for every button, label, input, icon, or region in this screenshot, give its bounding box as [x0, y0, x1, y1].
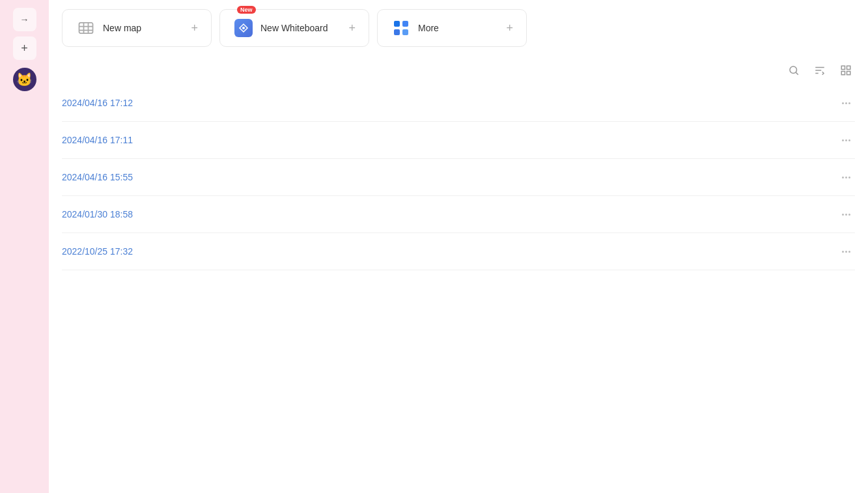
- three-dots-icon: [842, 102, 850, 104]
- search-button[interactable]: [785, 61, 803, 79]
- list-item-more-button[interactable]: [837, 131, 855, 149]
- list-item-date: 2024/04/16 15:55: [62, 172, 837, 182]
- toolbar: [49, 56, 868, 85]
- list-item-date: 2022/10/25 17:32: [62, 246, 837, 257]
- list-item-more-button[interactable]: [837, 205, 855, 223]
- new-map-card[interactable]: New map +: [62, 9, 212, 47]
- three-dots-icon: [842, 176, 850, 178]
- list-item-more-button[interactable]: [837, 94, 855, 112]
- more-plus: +: [506, 21, 513, 35]
- more-grid-icon: [391, 18, 412, 38]
- svg-rect-11: [841, 66, 845, 69]
- main-content: New map + New New Whiteboard +: [49, 0, 868, 493]
- sidebar-add-button[interactable]: +: [13, 36, 36, 60]
- list-area: 2024/04/16 17:12 2024/04/16 17:11 2024/0…: [49, 85, 868, 493]
- avatar-emoji: 🐱: [16, 72, 33, 87]
- list-item[interactable]: 2024/04/16 17:11: [62, 122, 855, 159]
- list-item[interactable]: 2024/04/16 17:12: [62, 85, 855, 122]
- list-item-date: 2024/04/16 17:12: [62, 98, 837, 108]
- whiteboard-icon: [233, 18, 254, 38]
- search-icon: [788, 64, 800, 76]
- sort-icon: [814, 64, 826, 76]
- sidebar-back-button[interactable]: →: [13, 8, 36, 31]
- svg-rect-12: [847, 66, 850, 69]
- svg-point-5: [242, 27, 245, 29]
- new-whiteboard-card[interactable]: New New Whiteboard +: [219, 9, 369, 47]
- quick-actions-bar: New map + New New Whiteboard +: [49, 0, 868, 56]
- list-item-date: 2024/01/30 18:58: [62, 209, 837, 219]
- new-whiteboard-label: New Whiteboard: [260, 23, 342, 33]
- new-badge: New: [237, 6, 256, 14]
- sort-button[interactable]: [811, 61, 829, 79]
- list-item[interactable]: 2024/04/16 15:55: [62, 159, 855, 196]
- svg-rect-13: [841, 72, 845, 75]
- more-card[interactable]: More +: [377, 9, 527, 47]
- plus-icon: +: [21, 42, 28, 55]
- three-dots-icon: [842, 251, 850, 253]
- map-icon: [76, 18, 96, 38]
- more-label: More: [418, 23, 499, 33]
- new-map-label: New map: [103, 23, 184, 33]
- list-item[interactable]: 2022/10/25 17:32: [62, 233, 855, 270]
- layout-icon: [840, 64, 852, 76]
- svg-rect-14: [847, 72, 850, 75]
- layout-button[interactable]: [837, 61, 855, 79]
- svg-point-6: [790, 66, 797, 74]
- list-item[interactable]: 2024/01/30 18:58: [62, 196, 855, 233]
- three-dots-icon: [842, 139, 850, 141]
- svg-line-7: [796, 72, 798, 74]
- list-item-more-button[interactable]: [837, 168, 855, 186]
- three-dots-icon: [842, 214, 850, 216]
- list-item-date: 2024/04/16 17:11: [62, 135, 837, 145]
- svg-rect-0: [79, 23, 93, 33]
- new-whiteboard-plus: +: [348, 21, 356, 35]
- list-item-more-button[interactable]: [837, 242, 855, 261]
- new-map-plus: +: [191, 21, 198, 35]
- arrow-left-icon: →: [20, 14, 29, 25]
- sidebar: → + 🐱: [0, 0, 49, 493]
- avatar[interactable]: 🐱: [13, 68, 36, 91]
